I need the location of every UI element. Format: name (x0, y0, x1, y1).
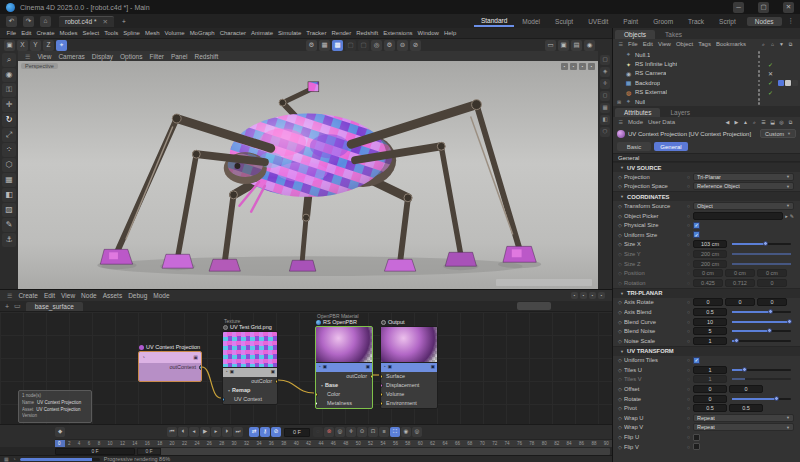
current-frame-field[interactable]: 0 F (284, 428, 310, 437)
sound-toggle[interactable]: ◉ (401, 427, 411, 437)
menu-character[interactable]: Character (217, 30, 248, 36)
filter-icon[interactable]: ▼ (778, 40, 786, 48)
layout-tab-paint[interactable]: Paint (616, 17, 645, 26)
checkbox-flip-v[interactable] (693, 443, 700, 450)
slider-knob[interactable] (787, 319, 792, 324)
view-shade-icon[interactable]: ◧ (600, 115, 610, 125)
enabled-check-icon[interactable]: ✓ (766, 79, 775, 86)
group-header-coordinates[interactable]: ▼COORDINATES (613, 191, 800, 201)
object-row[interactable]: ⌖Null.1 (613, 50, 800, 59)
object-tags[interactable] (778, 80, 800, 86)
layout-tab-groom[interactable]: Groom (646, 17, 680, 26)
menu-help[interactable]: Help (441, 30, 458, 36)
ne-float-icon[interactable]: ▪ (580, 292, 587, 299)
node-output[interactable]: Output ◔▣▣ Surface Displacement Volume E… (380, 313, 438, 409)
points-mode-button[interactable]: ⁘ (2, 143, 16, 157)
attributes-menu-mode[interactable]: Mode (625, 119, 645, 125)
solo-icon[interactable]: ▣ (366, 365, 370, 370)
value-field[interactable]: 0 cm (757, 269, 787, 277)
color-port[interactable] (315, 392, 318, 397)
object-row[interactable]: ◉RS Camera✕ (613, 69, 800, 78)
value-field[interactable]: 200 cm (693, 250, 727, 258)
object-row[interactable]: ◍RS External✓ (613, 88, 800, 97)
search-icon[interactable]: ⌕ (760, 40, 768, 48)
slider-track[interactable] (732, 398, 791, 400)
layout-tab-script[interactable]: Script (712, 17, 743, 26)
outcolor-port[interactable] (370, 374, 373, 379)
node-uv-context-projection[interactable]: UV Context Projection ◔▣ outContext (138, 344, 202, 382)
menu-tools[interactable]: Tools (102, 30, 121, 36)
menu-extensions[interactable]: Extensions (381, 30, 415, 36)
scale-tool[interactable]: ⤢ (2, 128, 16, 142)
tab-layers[interactable]: Layers (661, 108, 699, 117)
value-field[interactable]: 0 (757, 279, 787, 287)
ne-dock-icon[interactable]: ▪ (571, 292, 578, 299)
key-rotation-toggle[interactable]: ⊙ (357, 427, 367, 437)
viewport-menu-filter[interactable]: Filter (146, 53, 166, 60)
value-field[interactable]: 0.425 (693, 279, 723, 287)
menu-mograph[interactable]: MoGraph (187, 30, 217, 36)
tweak-tool[interactable]: ◉ (2, 68, 16, 82)
layout-tab-track[interactable]: Track (681, 17, 711, 26)
slider-knob[interactable] (734, 338, 739, 343)
axis-band-icon[interactable]: ⊘ (410, 40, 421, 51)
attribute-tab-general[interactable]: General (654, 142, 688, 151)
slider-track[interactable] (732, 369, 791, 371)
layout-tab-uvedit[interactable]: UVEdit (581, 17, 615, 26)
close-tab-icon[interactable]: ✕ (102, 18, 107, 26)
menu-render[interactable]: Render (329, 30, 354, 36)
displacement-port[interactable] (380, 383, 383, 388)
solo-icon[interactable]: ▣ (431, 365, 435, 370)
group-header-tri-planar[interactable]: ▼TRI-PLANAR (613, 288, 800, 298)
redo-icon[interactable]: ↷ (23, 16, 34, 27)
goto-start-button[interactable]: ⏮ (167, 427, 177, 437)
node-menu-view[interactable]: View (58, 292, 78, 299)
checkbox-uniform-tiles[interactable]: ✓ (693, 357, 700, 364)
visibility-dots[interactable] (758, 51, 761, 58)
objects-menu-file[interactable]: File (625, 41, 640, 47)
lock-y-toggle[interactable]: Y (30, 40, 41, 51)
metalness-port[interactable] (315, 401, 318, 406)
visibility-dots[interactable] (758, 80, 761, 87)
surface-port[interactable] (380, 374, 383, 379)
redshift-render-button[interactable]: ◉ (584, 40, 595, 51)
solo-icon[interactable]: ▣ (193, 355, 198, 360)
attributes-menu-icon[interactable]: ☰ (616, 119, 625, 125)
preview-toggle-icon[interactable]: ◔ (318, 365, 321, 370)
node-editor-menu-icon[interactable]: ☰ (4, 292, 15, 299)
dropdown-wrap-u[interactable]: Repeat▼ (693, 414, 794, 422)
viewport-menu-display[interactable]: Display (89, 53, 116, 60)
edges-mode-button[interactable]: ⬡ (2, 158, 16, 172)
menu-simulate[interactable]: Simulate (276, 30, 304, 36)
record-button[interactable]: ◌ (313, 427, 323, 437)
object-picker-field[interactable] (693, 212, 783, 220)
value-field[interactable]: 0 (729, 385, 763, 393)
group-header-uv-transform[interactable]: ▼UV TRANSFORM (613, 346, 800, 356)
home-icon[interactable]: ⌂ (769, 40, 777, 48)
menu-redshift[interactable]: Redshift (354, 30, 381, 36)
visibility-dots[interactable] (758, 89, 761, 96)
magnet-settings-icon[interactable]: ⚙ (384, 40, 395, 51)
uv-context-port[interactable] (222, 397, 225, 402)
snap-mode-button[interactable]: ⚓ (2, 233, 16, 247)
coordinate-system-toggle[interactable]: ⌖ (56, 40, 67, 51)
objects-menu-edit[interactable]: Edit (640, 41, 655, 47)
magnet-tool-icon[interactable]: ◎ (371, 40, 382, 51)
slider-track[interactable] (732, 321, 791, 323)
visibility-dots[interactable] (758, 98, 761, 105)
viewport-canvas[interactable]: Perspective ▪▪▪▪ (18, 61, 598, 289)
next-key-button[interactable]: ⏵ (222, 427, 232, 437)
add-keyframe-button[interactable]: ◆ (55, 427, 65, 437)
solo-icon[interactable]: ▣ (271, 370, 275, 375)
panel-icon[interactable]: ⧉ (787, 118, 795, 126)
layout-tab-nodes[interactable]: Nodes (747, 17, 782, 26)
modeling-settings-icon[interactable]: ⚙ (306, 40, 317, 51)
node-menu-edit[interactable]: Edit (41, 292, 58, 299)
move-tool[interactable]: ✛ (2, 98, 16, 112)
node-rs-openpbr[interactable]: OpenPBR Material RS OpenPBR ◔▣▣ outColor… (315, 313, 373, 409)
object-row[interactable]: ✦RS Infinite Light✓ (613, 59, 800, 68)
menu-select[interactable]: Select (80, 30, 102, 36)
enabled-check-icon[interactable]: ✓ (766, 89, 775, 96)
snap-toggle[interactable]: ▦ (319, 40, 330, 51)
goto-end-button[interactable]: ⏭ (233, 427, 243, 437)
